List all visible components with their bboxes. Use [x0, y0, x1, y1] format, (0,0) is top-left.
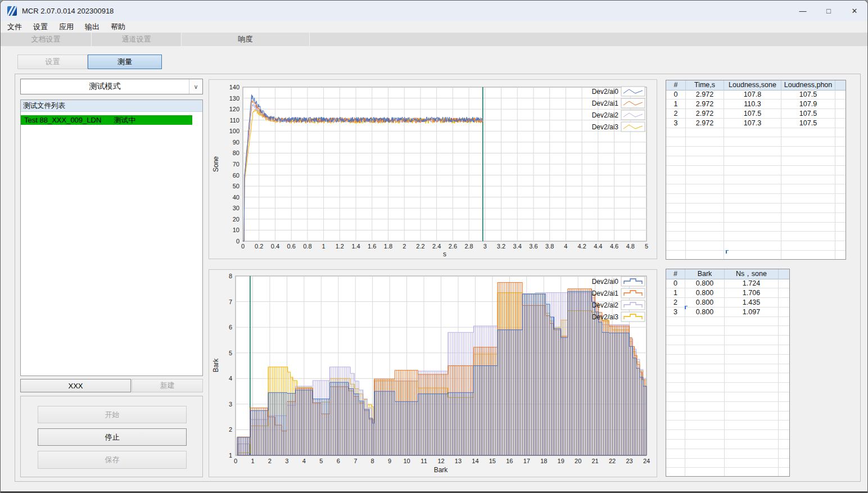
table-cell [725, 402, 779, 411]
tab-0[interactable]: 文档设置 [1, 33, 92, 46]
xxx-button[interactable]: XXX [20, 379, 131, 392]
table-cell [781, 251, 835, 260]
y-tick-label: 10 [233, 227, 239, 233]
column-header: Time,s [686, 80, 724, 91]
x-tick-label: 1 [251, 458, 254, 464]
table-row[interactable]: 02.972107.8107.5 [666, 91, 846, 100]
table-row [666, 345, 789, 355]
minimize-button[interactable]: — [790, 1, 816, 21]
close-button[interactable]: ✕ [842, 1, 867, 21]
table-row[interactable]: 10.8001.706 [666, 288, 789, 298]
app-window: MCR 2.07.0.014 202300918 — □ ✕ 文件设置应用输出帮… [0, 0, 868, 493]
table-cell [685, 430, 725, 440]
x-tick-label: 2.2 [416, 243, 424, 250]
table-cell-filler [835, 232, 846, 241]
menu-item-1[interactable]: 设置 [28, 21, 53, 33]
table-cell [781, 194, 835, 203]
legend-label: Dev2/ai1 [592, 99, 619, 107]
table-cell [724, 232, 781, 241]
legend-label: Dev2/ai3 [592, 123, 619, 131]
test-mode-select[interactable]: 测试模式 ∨ [20, 79, 203, 94]
column-header: Loudness,phon [781, 80, 835, 91]
table-cell-filler [835, 175, 846, 185]
table-cell-filler [779, 383, 789, 392]
maximize-button[interactable]: □ [816, 1, 842, 21]
table-row [666, 449, 789, 459]
x-tick-label: 4 [564, 243, 567, 250]
table-cell [666, 336, 685, 345]
table-row[interactable]: 32.972107.3107.5 [666, 119, 846, 128]
menu-item-2[interactable]: 应用 [53, 21, 79, 33]
tab-strip: 文档设置通道设置响度 [1, 33, 867, 46]
table-cell: 1.097 [725, 307, 779, 317]
start-button[interactable]: 开始 [38, 406, 187, 423]
menu-item-4[interactable]: 帮助 [105, 21, 131, 33]
stop-button[interactable]: 停止 [38, 428, 187, 446]
test-file-status: 测试中 [114, 115, 135, 125]
table-cell [685, 336, 725, 345]
table-cell [781, 223, 835, 232]
x-tick-label: 16 [506, 458, 513, 464]
table-cell [685, 373, 725, 383]
table-cell [725, 317, 779, 327]
table-cell [666, 156, 686, 166]
test-file-list-item[interactable]: Test 88_XXX_009_LDN 测试中 [21, 115, 192, 125]
column-header: # [666, 80, 686, 91]
table-cell: 107.5 [781, 119, 835, 128]
x-tick-label: 0.2 [255, 243, 263, 250]
subtab-settings[interactable]: 设置 [17, 55, 88, 69]
table-cell [686, 156, 724, 166]
table-cell [781, 175, 835, 185]
table-cell-filler [779, 279, 789, 289]
tab-2[interactable]: 响度 [182, 33, 310, 46]
table-cell [725, 411, 779, 421]
subtab-measure[interactable]: 测量 [88, 55, 162, 69]
x-tick-label: 10 [403, 458, 410, 464]
table-cell: 107.3 [724, 119, 781, 128]
table-cell: 2.972 [686, 109, 724, 119]
x-axis-label: s [443, 250, 446, 258]
table-cell-filler [779, 449, 789, 459]
table-row [666, 317, 789, 327]
table-row[interactable]: 12.972110.3107.9 [666, 99, 846, 109]
x-tick-label: 4.2 [577, 243, 586, 250]
x-tick-label: 19 [558, 458, 564, 464]
table-cell [666, 364, 685, 374]
table-cell [666, 430, 685, 440]
table-cell: 1.724 [725, 279, 779, 289]
y-tick-label: 110 [229, 117, 239, 124]
x-tick-label: 21 [592, 458, 599, 464]
x-tick-label: 3.6 [529, 243, 537, 250]
table-row [666, 147, 846, 156]
table-row[interactable]: 00.8001.724 [666, 279, 789, 289]
menu-item-3[interactable]: 输出 [79, 21, 105, 33]
x-tick-label: 3.2 [497, 243, 505, 250]
table-row [666, 430, 789, 440]
x-tick-label: 1.6 [368, 243, 376, 250]
menu-item-0[interactable]: 文件 [2, 21, 28, 33]
legend-swatch-box [621, 110, 645, 120]
new-button[interactable]: 新建 [132, 379, 203, 392]
table-row [666, 392, 789, 402]
save-button[interactable]: 保存 [38, 451, 187, 469]
table-cell-filler [779, 373, 789, 383]
y-tick-label: 40 [233, 194, 239, 201]
table-cell [685, 411, 725, 421]
table-cell-filler [835, 184, 846, 194]
table-cell [725, 326, 779, 336]
table-row [666, 364, 789, 374]
table-row [666, 128, 846, 138]
table-cell [685, 383, 725, 392]
table-cell-filler [779, 420, 789, 430]
x-tick-label: 11 [421, 458, 427, 464]
table-cell [685, 459, 725, 468]
x-tick-label: 17 [523, 458, 530, 464]
app-icon [7, 6, 17, 16]
tab-1[interactable]: 通道设置 [92, 33, 182, 46]
table-header-row: #Time,sLoudness,soneLoudness,phon [666, 80, 846, 91]
table-cell: 0.800 [685, 298, 725, 307]
x-tick-label: 2.6 [449, 243, 457, 250]
table-cell [685, 402, 725, 411]
legend-label: Dev2/ai3 [592, 313, 619, 321]
table-row[interactable]: 22.972107.5107.5 [666, 109, 846, 119]
